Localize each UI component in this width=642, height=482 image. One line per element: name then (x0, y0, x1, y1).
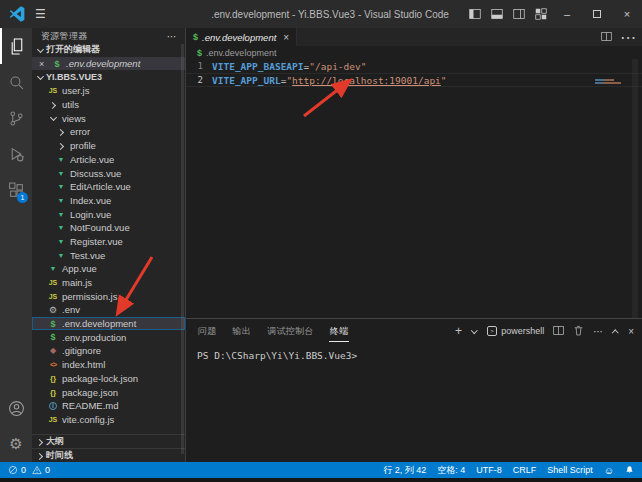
tree-item-label: views (62, 113, 86, 124)
url-link[interactable]: http://localhost:19001/api (292, 75, 441, 86)
tree-item-utils[interactable]: utils (32, 98, 185, 112)
tree-item-package-lock.json[interactable]: {}package-lock.json (32, 372, 185, 386)
tree-item-label: profile (70, 140, 96, 151)
tree-item-.env.production[interactable]: $.env.production (32, 330, 185, 344)
terminal-icon: > (487, 326, 497, 336)
status-item[interactable]: 空格: 4 (437, 464, 465, 477)
tree-item-Discuss.vue[interactable]: ▼Discuss.vue (32, 166, 185, 180)
tree-item-Login.vue[interactable]: ▼Login.vue (32, 207, 185, 221)
tree-item-permission.js[interactable]: JSpermission.js (32, 289, 185, 303)
tree-item-user.js[interactable]: JSuser.js (32, 84, 185, 98)
project-section[interactable]: YI.BBS.VUE3 (32, 70, 185, 84)
close-icon[interactable]: × (39, 59, 48, 69)
explorer-sidebar: 资源管理器 ⋯ 打开的编辑器 × $ .env.development YI.B… (32, 28, 186, 462)
menu-icon[interactable]: ☰ (35, 7, 46, 21)
chevron-down-icon (36, 73, 44, 81)
toggle-panel-icon[interactable] (486, 0, 508, 28)
account-icon[interactable] (0, 390, 32, 426)
tree-item-label: NotFound.vue (70, 222, 130, 233)
tree-item-label: Article.vue (70, 154, 114, 165)
git-icon: ◆ (50, 346, 56, 355)
terminal-profile-dropdown-icon[interactable] (471, 328, 478, 335)
status-item[interactable]: CRLF (513, 464, 537, 477)
extensions-icon[interactable]: 1 (0, 172, 32, 208)
vue-icon: ▼ (58, 183, 65, 190)
panel-tab-终端[interactable]: 终端 (329, 321, 350, 342)
tree-item-label: Discuss.vue (70, 168, 121, 179)
editor-scrollbar[interactable] (632, 59, 638, 318)
tree-item-main.js[interactable]: JSmain.js (32, 276, 185, 290)
extensions-badge: 1 (17, 192, 28, 203)
problems-status[interactable]: 0 0 (8, 465, 50, 475)
more-actions-icon[interactable]: ⋯ (167, 31, 177, 42)
code-editor[interactable]: 1VITE_APP_BASEAPI="/api-dev"2VITE_APP_UR… (186, 59, 642, 318)
breadcrumb[interactable]: $ .env.development (186, 46, 642, 59)
status-item[interactable]: 行 2, 列 42 (383, 464, 426, 477)
open-editor-item[interactable]: × $ .env.development (32, 57, 185, 71)
split-terminal-icon[interactable] (553, 325, 564, 338)
panel-tab-问题[interactable]: 问题 (197, 321, 218, 341)
open-editors-section[interactable]: 打开的编辑器 (32, 43, 185, 57)
tree-item-Register.vue[interactable]: ▼Register.vue (32, 235, 185, 249)
sidebar-scrollbar[interactable] (181, 44, 184, 454)
tree-item-NotFound.vue[interactable]: ▼NotFound.vue (32, 221, 185, 235)
explorer-icon[interactable] (0, 28, 32, 64)
tree-item-label: .env.production (62, 332, 126, 343)
feedback-smiley-icon[interactable]: ☺ (604, 465, 614, 476)
code-line-2[interactable]: 2VITE_APP_URL="http://localhost:19001/ap… (186, 73, 642, 87)
split-editor-icon[interactable] (601, 28, 612, 46)
notifications-bell-icon[interactable] (625, 465, 634, 475)
toggle-sidebar-icon[interactable] (464, 0, 486, 28)
minimize-button[interactable]: – (552, 0, 582, 28)
kill-terminal-icon[interactable] (573, 325, 584, 338)
tree-item-label: index.html (62, 359, 105, 370)
tree-item-EditArticle.vue[interactable]: ▼EditArticle.vue (32, 180, 185, 194)
new-terminal-icon[interactable]: + (455, 324, 462, 338)
panel-tab-输出[interactable]: 输出 (232, 321, 253, 341)
maximize-button[interactable] (582, 0, 612, 28)
tab-env-development[interactable]: $ .env.development × (186, 28, 297, 46)
chevron-right-icon (57, 128, 65, 136)
source-control-icon[interactable] (0, 100, 32, 136)
panel-tab-调试控制台[interactable]: 调试控制台 (266, 321, 315, 341)
tree-item-views[interactable]: views (32, 111, 185, 125)
tree-item-error[interactable]: error (32, 125, 185, 139)
terminal-instance-powershell[interactable]: > powershell (487, 326, 544, 336)
tree-item-.gitignore[interactable]: ◆.gitignore (32, 344, 185, 358)
tree-item-README.md[interactable]: iREADME.md (32, 399, 185, 413)
close-panel-icon[interactable]: × (628, 326, 634, 337)
tree-item-Index.vue[interactable]: ▼Index.vue (32, 194, 185, 208)
settings-gear-icon[interactable]: ⚙ (0, 426, 32, 462)
panel-more-actions-icon[interactable]: ⋯ (593, 326, 603, 337)
tree-item-App.vue[interactable]: ▼App.vue (32, 262, 185, 276)
tree-item-.env.development[interactable]: $.env.development (32, 317, 185, 331)
tree-item-index.html[interactable]: <>index.html (32, 358, 185, 372)
sidebar-section-时间线[interactable]: 时间线 (32, 448, 185, 462)
tree-item-profile[interactable]: profile (32, 139, 185, 153)
tree-item-Test.vue[interactable]: ▼Test.vue (32, 248, 185, 262)
minimap[interactable] (595, 79, 629, 85)
close-tab-icon[interactable]: × (283, 32, 289, 43)
tree-item-Article.vue[interactable]: ▼Article.vue (32, 153, 185, 167)
sidebar-section-大纲[interactable]: 大纲 (32, 434, 185, 448)
shellscript-icon: $ (50, 319, 55, 329)
toggle-secondary-sidebar-icon[interactable] (508, 0, 530, 28)
status-item[interactable]: Shell Script (547, 464, 593, 477)
terminal-output[interactable]: PS D:\CSharp\Yi\Yi.BBS.Vue3> (186, 343, 642, 462)
search-icon[interactable] (0, 64, 32, 100)
code-line-1[interactable]: 1VITE_APP_BASEAPI="/api-dev" (186, 59, 642, 73)
maximize-icon (593, 10, 601, 18)
status-item[interactable]: UTF-8 (476, 464, 502, 477)
tree-item-vite.config.js[interactable]: JSvite.config.js (32, 413, 185, 427)
maximize-panel-icon[interactable] (612, 328, 619, 335)
tree-item-.env[interactable]: ⚙.env (32, 303, 185, 317)
close-window-button[interactable]: × (612, 0, 642, 28)
tree-item-package.json[interactable]: {}package.json (32, 385, 185, 399)
run-debug-icon[interactable] (0, 136, 32, 172)
tree-item-label: package-lock.json (62, 373, 138, 384)
editor-more-actions-icon[interactable]: ⋯ (620, 28, 636, 47)
status-bar: 0 0 行 2, 列 42空格: 4UTF-8CRLFShell Script … (0, 462, 642, 478)
json-icon: {} (50, 374, 56, 383)
code-token: VITE_APP_BASEAPI (212, 61, 304, 72)
customize-layout-icon[interactable] (530, 0, 552, 28)
